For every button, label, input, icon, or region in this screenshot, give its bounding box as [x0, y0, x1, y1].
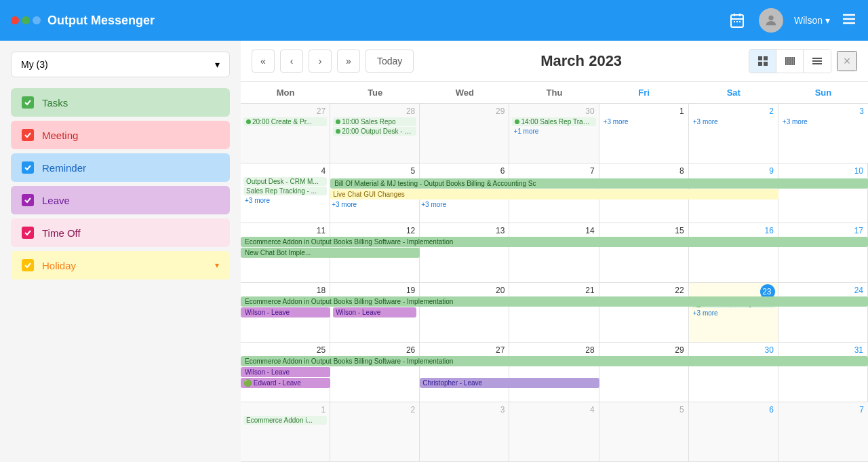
- more-link[interactable]: +3 more: [692, 117, 775, 126]
- tasks-checkbox[interactable]: [22, 96, 34, 109]
- svg-rect-5: [736, 21, 738, 22]
- spanning-event-wilson-leave-w5[interactable]: Wilson - Leave: [241, 367, 330, 377]
- week-view-button[interactable]: [776, 50, 804, 73]
- holiday-label: Holiday: [42, 260, 76, 271]
- day-mar3: 3 +3 more: [778, 104, 868, 163]
- user-name-dropdown[interactable]: Wilson ▾: [794, 15, 830, 26]
- day-feb28: 28 10:00 Sales Repo 20:00 Output Desk - …: [330, 104, 420, 163]
- sidebar-item-timeoff[interactable]: Time Off: [11, 218, 230, 247]
- user-avatar: [759, 8, 783, 33]
- main-content: My (3) ▾ Tasks Meeting Reminder Le: [0, 41, 868, 462]
- calendar-body: 27 20:00 Create & Pr... 28 10:00 Sales R…: [241, 104, 868, 462]
- svg-rect-11: [758, 56, 762, 60]
- day-mar30-prev: 30 14:00 Sales Rep Tracking - Output Boo…: [509, 104, 599, 163]
- month-view-button[interactable]: [749, 50, 776, 73]
- svg-rect-19: [793, 57, 795, 65]
- my-calendar-dropdown[interactable]: My (3) ▾: [11, 52, 230, 77]
- day-mar27: 27: [420, 343, 509, 402]
- holiday-checkbox[interactable]: [22, 259, 34, 271]
- day-mar21: 21: [509, 283, 599, 342]
- sidebar-item-reminder[interactable]: Reminder: [11, 153, 230, 182]
- hamburger-menu-icon[interactable]: [841, 11, 857, 31]
- svg-rect-21: [812, 60, 822, 62]
- logo-dots: [11, 16, 41, 24]
- sidebar-item-holiday[interactable]: Holiday ▾: [11, 251, 230, 280]
- meeting-checkbox[interactable]: [22, 129, 34, 141]
- day-mar24: 24: [778, 283, 868, 342]
- sidebar-item-meeting[interactable]: Meeting: [11, 121, 230, 149]
- spanning-event-christopher-leave[interactable]: Christopher - Leave: [420, 378, 599, 388]
- header-thu: Thu: [509, 82, 599, 103]
- spanning-event-livechat[interactable]: Live Chat GUI Changes: [330, 189, 778, 199]
- sidebar-item-tasks[interactable]: Tasks: [11, 88, 230, 117]
- svg-rect-12: [764, 56, 768, 60]
- next-next-button[interactable]: »: [337, 50, 360, 73]
- dropdown-label: My (3): [21, 59, 48, 70]
- calendar-header-row: Mon Tue Wed Thu Fri Sat Sun: [241, 82, 868, 104]
- more-link[interactable]: +3 more: [781, 117, 865, 126]
- day-mar14: 14: [509, 223, 599, 282]
- chevron-down-icon: ▾: [825, 15, 830, 26]
- day-mar10: 10: [778, 163, 868, 223]
- day-mar4: 4 Output Desk - CRM M... Sales Rep Track…: [241, 163, 330, 223]
- event[interactable]: 10:00 Sales Repo: [333, 117, 416, 126]
- spanning-event-ecommerce-w3[interactable]: Ecommerce Addon in Output Books Billing …: [241, 237, 868, 247]
- calendar-title: March 2023: [419, 52, 743, 70]
- event-ecommerce-apr[interactable]: Ecommerce Addon i...: [243, 416, 327, 425]
- list-view-button[interactable]: [804, 50, 831, 73]
- dot-green: [22, 16, 30, 24]
- header-sun: Sun: [778, 82, 868, 103]
- event[interactable]: 14:00 Sales Rep Tracking - Output Books …: [512, 117, 595, 126]
- spanning-event-wilson-leave-w4[interactable]: Wilson - Leave: [241, 307, 330, 317]
- timeoff-label: Time Off: [42, 227, 81, 239]
- spanning-event-edward-leave[interactable]: 🟢 Edward - Leave: [241, 378, 330, 388]
- calendar-week-1: 27 20:00 Create & Pr... 28 10:00 Sales R…: [241, 104, 868, 163]
- day-apr4: 4: [509, 402, 599, 461]
- svg-rect-16: [787, 57, 789, 65]
- svg-rect-6: [739, 21, 741, 22]
- next-button[interactable]: ›: [309, 50, 332, 73]
- leave-checkbox[interactable]: [22, 194, 34, 206]
- day-mar28: 28: [509, 343, 599, 402]
- day-mar31: 31: [778, 343, 868, 402]
- svg-rect-14: [764, 62, 768, 66]
- more-link-mar23[interactable]: +3 more: [692, 309, 775, 317]
- event[interactable]: Output Desk - CRM M...: [243, 177, 327, 186]
- reminder-checkbox[interactable]: [22, 161, 34, 174]
- svg-rect-17: [789, 57, 791, 65]
- calendar-week-2: 4 Output Desk - CRM M... Sales Rep Track…: [241, 163, 868, 223]
- spanning-event-bom[interactable]: Bill Of Material & MJ testing - Output B…: [330, 178, 868, 189]
- app-name: Output Messenger: [47, 14, 155, 28]
- spanning-event-ecommerce-w5[interactable]: Ecommerce Addon in Output Books Billing …: [241, 356, 868, 366]
- event-wilson-leave-19[interactable]: Wilson - Leave: [333, 307, 416, 317]
- close-button[interactable]: ×: [837, 51, 857, 71]
- more-link[interactable]: +3 more: [602, 117, 686, 126]
- holiday-chevron-icon: ▾: [215, 261, 219, 270]
- calendar-grid: Mon Tue Wed Thu Fri Sat Sun 27 20:00 Cre…: [241, 82, 868, 462]
- prev-prev-button[interactable]: «: [252, 50, 275, 73]
- day-mar2: 2 +3 more: [689, 104, 778, 163]
- calendar-icon[interactable]: [726, 9, 748, 31]
- event[interactable]: Sales Rep Tracking - ...: [243, 187, 327, 195]
- calendar-week-4: 18 19 Nancy - Leave Wilson - Leave 20 21: [241, 283, 868, 343]
- sidebar-item-leave[interactable]: Leave: [11, 186, 230, 214]
- timeoff-checkbox[interactable]: [22, 227, 34, 239]
- event[interactable]: 20:00 Create & Pr...: [243, 117, 327, 126]
- calendar-week-3: 11 POS Billing New Cha... 12 13 14 15: [241, 223, 868, 283]
- more-link[interactable]: +3 more: [243, 196, 327, 205]
- day-mar16: 16: [689, 223, 778, 282]
- today-button[interactable]: Today: [366, 50, 414, 73]
- dot-blue: [33, 16, 41, 24]
- svg-point-7: [768, 16, 773, 20]
- spanning-event-ecommerce-w4[interactable]: Ecommerce Addon in Output Books Billing …: [241, 296, 868, 307]
- day-apr2: 2: [330, 402, 420, 461]
- more-link-week2b[interactable]: +3 more: [420, 200, 868, 209]
- day-apr3: 3: [420, 402, 509, 461]
- spanning-event-newchat[interactable]: New Chat Bot Imple...: [241, 248, 420, 258]
- header-wed: Wed: [420, 82, 509, 103]
- event[interactable]: 20:00 Output Desk - CRM Deals & Leads De…: [333, 127, 416, 136]
- prev-button[interactable]: ‹: [280, 50, 303, 73]
- more-link[interactable]: +1 more: [512, 127, 595, 136]
- day-mar15: 15: [599, 223, 689, 282]
- day-mar22: 22: [599, 283, 689, 342]
